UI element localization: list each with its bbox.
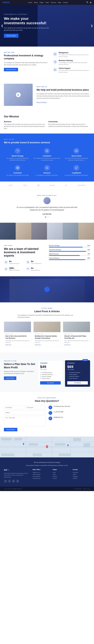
dot-2[interactable] [46, 216, 48, 218]
footer-col-socials: Socials Facebook Twitter Instagram Linke… [73, 469, 90, 483]
blog-content-2: MARCH 17, 2021 Building Your Corporate I… [34, 332, 60, 347]
footer-phone-link[interactable]: Phone Number [33, 474, 50, 475]
help-read-more[interactable]: Read Full Details → [36, 102, 48, 103]
linkedin-icon[interactable]: li [16, 480, 19, 483]
contact-address: 123 Business Ave, New York [48, 406, 90, 409]
blog-title: Latest Posts & Articles [4, 310, 90, 313]
check-icon: ✓ [40, 374, 41, 375]
contact-name-email-row [4, 406, 46, 410]
skill-investment-fill [49, 251, 86, 252]
skill-business-name: Business Strategy 82% [49, 245, 90, 246]
message-input[interactable] [4, 416, 46, 426]
svg-rect-3 [75, 150, 78, 152]
nav-icons: 🔍 ▦ [86, 2, 92, 4]
grid-icon[interactable]: ▦ [90, 2, 92, 4]
who-cta-button[interactable]: View All Services [4, 68, 18, 71]
who-title: Professional Investment & strategy compa… [4, 54, 49, 60]
search-icon[interactable]: 🔍 [86, 2, 88, 4]
pricing-label: PRICING PLANS [4, 360, 35, 362]
submit-button[interactable]: Send Request [4, 428, 17, 431]
stat-cases-number: 4+ [31, 267, 40, 270]
contact-email-text: info@inetio.com [54, 416, 63, 418]
footer-li-link[interactable]: LinkedIn [73, 478, 90, 479]
footer-email-link[interactable]: Email Address [33, 476, 50, 477]
footer-bottom: © 2021 Inetio. All Rights Reserved. Priv… [0, 486, 94, 491]
hero-prev-arrow[interactable]: ❮ [1, 24, 3, 27]
footer-hours-link[interactable]: Working Hours [33, 478, 50, 479]
stat-cases: 4+ Successful Cases [26, 267, 45, 271]
instagram-icon[interactable]: in [12, 480, 15, 483]
map-section [0, 436, 94, 458]
footer-tw-link[interactable]: Twitter [73, 474, 90, 475]
blog-content-1: MARCH 17, 2021 How to Get a Successful A… [4, 332, 31, 347]
twitter-icon[interactable]: t [8, 480, 11, 483]
blue-card-strategy-desc: Our strategies are reviewed to help clie… [4, 158, 31, 161]
blog-link-1[interactable]: Read More → [5, 344, 13, 346]
check-icon: ✓ [67, 378, 68, 379]
hero-cta-button[interactable]: Discover More [4, 34, 18, 38]
help-build-section: ▶ WHAT WE DO We help and build professio… [0, 78, 94, 111]
team-stats: 4+ Investment Projects 4+ Years of Exper… [4, 260, 45, 271]
blog-label: LATEST NEWS [4, 308, 90, 309]
standard-cta-button[interactable]: Get Started [40, 381, 61, 384]
svg-rect-14 [1, 438, 12, 440]
blue-card-research-title: Research [33, 172, 60, 174]
map-svg [0, 436, 94, 458]
logo[interactable]: inetio [2, 1, 10, 4]
footer-contact-link[interactable]: Contact [52, 478, 70, 479]
nav-pages[interactable]: Pages [40, 2, 44, 3]
email-input[interactable] [25, 406, 46, 410]
svg-point-26 [23, 444, 24, 444]
contact-info: 123 Business Ave, New York +1 234 567 89… [48, 406, 90, 431]
mission-section: Our Mission Business Your capital at ris… [0, 111, 94, 134]
blog-date-2: MARCH 17, 2021 [35, 334, 59, 334]
nav-services[interactable]: Services [51, 2, 56, 3]
subject-input[interactable] [4, 411, 46, 414]
standard-feature-1: ✓ Consulting Services [40, 372, 61, 373]
privacy-link[interactable]: Privacy Policy [74, 488, 82, 490]
footer-about-link[interactable]: About [52, 474, 70, 475]
cta-play-button[interactable]: ▶ [44, 287, 50, 292]
logo-3: M [38, 184, 40, 187]
nav-home[interactable]: Home [28, 2, 32, 3]
advanced-feature-2: ✓ Priority Support [67, 374, 88, 375]
check-icon: ✓ [40, 376, 41, 377]
service-planning-info: Business Planning Our strategies are rev… [59, 60, 90, 65]
dot-1[interactable] [45, 216, 46, 218]
hero-next-arrow[interactable]: ❯ [91, 24, 93, 27]
advanced-feature-3: ✓ Advanced Analytics [67, 376, 88, 377]
blue-card-inv2-desc: Your capital at risk investment can go d… [4, 174, 31, 176]
name-input[interactable] [4, 406, 24, 410]
service-card-support: Clients Support We connect and drive dem… [53, 68, 90, 73]
blog-card-1: MARCH 17, 2021 How to Get a Successful A… [4, 322, 31, 347]
pricing-cta-button[interactable]: View All Plans [4, 376, 16, 380]
nav-about[interactable]: About [34, 2, 38, 3]
service-support-title: Clients Support [59, 68, 90, 69]
footer-services-link[interactable]: Services [52, 476, 70, 477]
advanced-cta-button[interactable]: Get Started [67, 381, 88, 384]
investment-icon [44, 148, 50, 154]
research-icon [44, 165, 50, 171]
blue-card-crypto-desc: We connect and drive demand and business… [63, 174, 90, 176]
blog-link-2[interactable]: Read More → [35, 344, 42, 346]
mission-business-desc: Your capital at risk investment can go d… [4, 123, 46, 130]
nav-contact[interactable]: Contact [63, 2, 68, 3]
blue-card-market-title: About market [63, 155, 90, 157]
footer-fb-link[interactable]: Facebook [73, 472, 90, 473]
footer-col-pages: Pages Home About Services Contact [52, 469, 70, 483]
nav-team[interactable]: Team [46, 2, 49, 3]
terms-link[interactable]: Terms of Use [83, 488, 90, 490]
pricing-section: PRICING PLANS Select a Plan Now To Get M… [0, 352, 94, 392]
footer-home-link[interactable]: Home [52, 472, 70, 473]
footer-address-link[interactable]: Address Line [33, 472, 50, 473]
contact-header: HAVE ANY QUESTIONS? Have Any Questions? [4, 397, 90, 402]
service-planning-desc: Our strategies are reviewed to help clie… [59, 62, 90, 65]
dot-3[interactable] [48, 216, 49, 218]
play-button[interactable]: ▶ [16, 92, 21, 97]
facebook-icon[interactable]: f [4, 480, 7, 483]
nav-blog[interactable]: Blog [58, 2, 61, 3]
footer-ig-link[interactable]: Instagram [73, 476, 90, 477]
logo-accent: tio [6, 1, 10, 4]
blog-link-3[interactable]: Read More → [64, 344, 72, 346]
standard-feature-2: ✓ Investment Planning [40, 374, 61, 375]
